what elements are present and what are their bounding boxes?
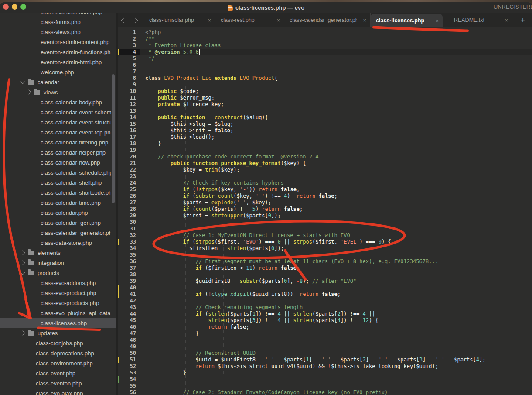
tab-close-icon[interactable]: ×: [363, 17, 366, 24]
code-line[interactable]: 45 strlen($parts[3]) !== 4 || strlen($pa…: [118, 317, 532, 324]
code-line[interactable]: 8class EVO_Product_Lic extends EVO_Produ…: [118, 75, 532, 82]
code-line[interactable]: 46 return false;: [118, 324, 532, 330]
code-line[interactable]: 24 // Check if key contains hyphens: [118, 180, 532, 186]
code-line[interactable]: 40: [118, 285, 532, 291]
code-line[interactable]: 44 if (strlen($parts[1]) !== 4 || strlen…: [118, 311, 532, 317]
tree-item-class-cronjobs.php[interactable]: class-cronjobs.php: [0, 338, 111, 348]
tree-item-class-calendar-event-structu[interactable]: class-calendar-event-structu: [0, 117, 111, 127]
chevron-down-icon[interactable]: [20, 270, 25, 275]
chevron-right-icon[interactable]: [26, 89, 31, 94]
tree-item-class-calendar-event-schem[interactable]: class-calendar-event-schem: [0, 107, 111, 117]
code-line[interactable]: 54: [118, 376, 532, 383]
code-line[interactable]: 35: [118, 252, 532, 258]
code-line[interactable]: 43 // Check remaining segments length: [118, 304, 532, 311]
code-line[interactable]: 4 * @version 5.0.6: [118, 49, 532, 55]
tree-item-class-calendar-filtering.php[interactable]: class-calendar-filtering.php: [0, 137, 111, 148]
tab-class-calendar_generator.php[interactable]: class-calendar_generator.php×: [284, 13, 371, 27]
tree-item-class-calendar-schedule.php[interactable]: class-calendar-schedule.php: [0, 168, 111, 178]
tree-item-class-deprecations.php[interactable]: class-deprecations.php: [0, 348, 111, 358]
code-editor[interactable]: 1<?php2/**3 * Eventon License class4 * @…: [118, 27, 532, 395]
tab-close-icon[interactable]: ×: [505, 17, 508, 24]
code-line[interactable]: 18 }: [118, 141, 532, 147]
tree-item-class-calendar-now.php[interactable]: class-calendar-now.php: [0, 158, 111, 168]
tree-item-class-calendar.php[interactable]: class-calendar.php: [0, 208, 111, 218]
tree-item-class-forms.php[interactable]: class-forms.php: [0, 17, 111, 27]
code-line[interactable]: 32 // Case 1: MyEventON Direct License →…: [118, 232, 532, 239]
tree-item-class-licenses.php[interactable]: class-licenses.php: [0, 318, 116, 328]
tree-item-class-evo-ajax.php[interactable]: class-evo-ajax.php: [0, 388, 111, 395]
tree-item-class-calendar-event-top.ph[interactable]: class-calendar-event-top.ph: [0, 127, 111, 137]
tree-item-class-calendar_generator.ph[interactable]: class-calendar_generator.ph: [0, 228, 111, 238]
close-window-button[interactable]: [3, 4, 9, 10]
code-line[interactable]: 3 * Eventon License class: [118, 42, 532, 49]
code-line[interactable]: 49: [118, 343, 532, 350]
tree-item-class-event.php[interactable]: class-event.php: [0, 368, 111, 378]
code-line[interactable]: 16 $this->init = false;: [118, 127, 532, 134]
code-line[interactable]: 33 if (strpos($first, 'EVO') === 0 || st…: [118, 239, 532, 245]
code-line[interactable]: 5 */: [118, 55, 532, 62]
tab-close-icon[interactable]: ×: [435, 17, 439, 24]
tree-item-class-evo-addons.php[interactable]: class-evo-addons.php: [0, 278, 111, 288]
tree-item-class-evo-products.php[interactable]: class-evo-products.php: [0, 298, 111, 308]
code-line[interactable]: 29 $first = strtoupper($parts[0]);: [118, 213, 532, 219]
tree-item-class-views.php[interactable]: class-views.php: [0, 27, 111, 37]
code-line[interactable]: 39 $uuidFirst8 = substr($parts[0], -8); …: [118, 278, 532, 285]
code-line[interactable]: 13: [118, 108, 532, 114]
tab-class-rest.php[interactable]: class-rest.php×: [215, 13, 284, 27]
code-line[interactable]: 12 private $licence_key;: [118, 101, 532, 108]
sidebar-file-tree[interactable]: class-evo-shortcode.phpclass-forms.phpcl…: [0, 2, 116, 395]
code-line[interactable]: 28 if (count($parts) !== 5) return false…: [118, 206, 532, 213]
tree-item-class-evo-product.php[interactable]: class-evo-product.php: [0, 288, 111, 298]
tree-item-integration[interactable]: integration: [0, 258, 111, 268]
tree-item-views[interactable]: views: [0, 87, 111, 97]
code-line[interactable]: 15 $this->slug = $slug;: [118, 121, 532, 127]
tree-item-updates[interactable]: updates: [0, 328, 111, 338]
code-line[interactable]: 26 if (substr_count($key, '-') !== 4) re…: [118, 193, 532, 199]
code-line[interactable]: 55: [118, 383, 532, 389]
tree-item-eventon-admin-html.php[interactable]: eventon-admin-html.php: [0, 57, 111, 67]
code-line[interactable]: 53 }: [118, 370, 532, 376]
sidebar-divider[interactable]: [116, 13, 118, 395]
code-line[interactable]: 2/**: [118, 36, 532, 42]
code-line[interactable]: 9: [118, 82, 532, 88]
code-line[interactable]: 38: [118, 271, 532, 278]
tab-class-licenses.php[interactable]: class-licenses.php×: [371, 14, 443, 27]
tab-__README.txt[interactable]: __README.txt×: [443, 13, 512, 27]
minimize-window-button[interactable]: [12, 4, 17, 10]
code-line[interactable]: 30: [118, 219, 532, 226]
title-bar[interactable]: class-licenses.php — evo UNREGISTERED: [0, 2, 532, 13]
code-line[interactable]: 11 public $error_msg;: [118, 95, 532, 101]
code-line[interactable]: 19: [118, 147, 532, 154]
code-line[interactable]: 23: [118, 173, 532, 180]
chevron-right-icon[interactable]: [20, 250, 25, 255]
code-line[interactable]: 22 $key = trim($key);: [118, 167, 532, 173]
tab-close-icon[interactable]: ×: [208, 17, 211, 24]
code-line[interactable]: 42: [118, 298, 532, 304]
code-line[interactable]: 20 // check purchase code correct format…: [118, 154, 532, 160]
code-line[interactable]: 48: [118, 337, 532, 343]
tree-item-class-calendar-shortcode.ph[interactable]: class-calendar-shortcode.ph: [0, 188, 111, 198]
forward-icon[interactable]: [132, 17, 138, 23]
sidebar-scrollbar[interactable]: [112, 74, 115, 203]
code-line[interactable]: 7: [118, 69, 532, 75]
tree-item-eventon-admin-content.php[interactable]: eventon-admin-content.php: [0, 37, 111, 47]
back-icon[interactable]: [121, 17, 127, 23]
tree-item-welcome.php[interactable]: welcome.php: [0, 67, 111, 77]
tab-close-icon[interactable]: ×: [276, 17, 280, 24]
tree-item-products[interactable]: products: [0, 268, 111, 278]
tab-class-lunisolar.php[interactable]: class-lunisolar.php×: [144, 13, 215, 27]
code-line[interactable]: 1<?php: [118, 29, 532, 36]
code-line[interactable]: 27 $parts = explode('-', $key);: [118, 199, 532, 206]
new-tab-button[interactable]: +: [521, 13, 525, 27]
tree-item-calendar[interactable]: calendar: [0, 77, 111, 87]
tree-item-class-environment.php[interactable]: class-environment.php: [0, 358, 111, 368]
tree-item-class-evo_plugins_api_data.[interactable]: class-evo_plugins_api_data.: [0, 308, 111, 318]
tree-item-class-eventon.php[interactable]: class-eventon.php: [0, 378, 111, 388]
tree-item-elements[interactable]: elements: [0, 248, 111, 258]
chevron-right-icon[interactable]: [20, 330, 25, 335]
tree-item-class-calendar-body.php[interactable]: class-calendar-body.php: [0, 97, 111, 107]
code-line[interactable]: 56 // Case 2: Standard Envato/CodeCanyon…: [118, 389, 532, 395]
code-line[interactable]: 21 public function purchase_key_format($…: [118, 160, 532, 167]
code-line[interactable]: 36 // First segment must be at least 11 …: [118, 258, 532, 265]
code-line[interactable]: 41 if (!ctype_xdigit($uuidFirst8)) retur…: [118, 291, 532, 298]
